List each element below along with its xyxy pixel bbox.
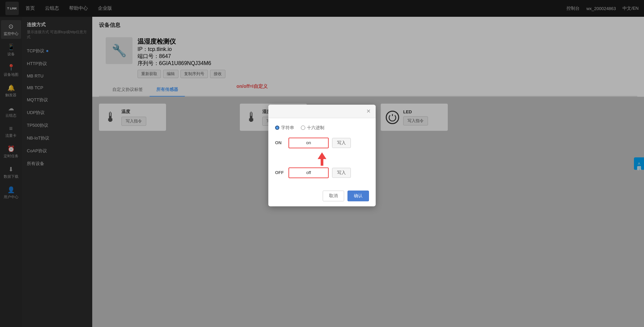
off-row: OFF 写入 (275, 167, 369, 178)
on-off-modal: ✕ 字符串 十六进制 ON 写入 OFF (268, 105, 376, 206)
on-row: ON 写入 (275, 138, 369, 148)
modal-close-button[interactable]: ✕ (366, 108, 371, 114)
radio-hex[interactable]: 十六进制 (301, 125, 324, 131)
up-arrow-icon (317, 152, 327, 166)
on-value-input[interactable] (288, 138, 329, 148)
confirm-button[interactable]: 确认 (347, 190, 369, 201)
modal-header: ✕ (268, 105, 376, 118)
radio-hex-input[interactable] (301, 125, 305, 130)
modal-footer: 取消 确认 (268, 187, 376, 206)
on-write-button[interactable]: 写入 (332, 138, 351, 148)
on-label: ON (275, 140, 285, 145)
off-value-input[interactable] (288, 167, 329, 178)
modal-body: 字符串 十六进制 ON 写入 OFF 写入 (268, 118, 376, 187)
off-write-button[interactable]: 写入 (332, 168, 351, 178)
radio-string-input[interactable] (275, 125, 279, 130)
cancel-button[interactable]: 取消 (323, 190, 344, 201)
radio-string[interactable]: 字符串 (275, 125, 294, 131)
radio-group: 字符串 十六进制 (275, 125, 369, 131)
svg-marker-0 (318, 152, 326, 166)
arrow-container (275, 152, 369, 166)
off-label: OFF (275, 170, 285, 175)
